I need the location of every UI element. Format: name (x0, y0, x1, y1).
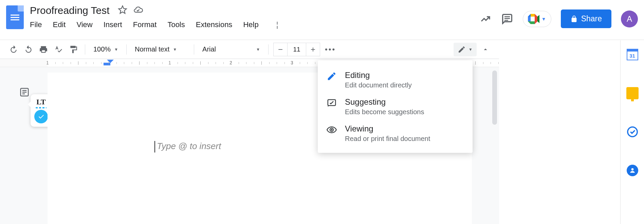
separator (268, 44, 269, 55)
avatar[interactable]: A (621, 11, 638, 27)
svg-point-8 (631, 168, 633, 170)
font-family-dropdown[interactable]: Arial ▼ (199, 43, 263, 56)
mode-editing-desc: Edit document directly (345, 81, 464, 89)
mode-editing[interactable]: Editing Edit document directly (318, 66, 473, 93)
docs-logo-icon[interactable] (6, 5, 24, 29)
caret-down-icon: ▼ (114, 47, 118, 52)
caret-down-icon: ▼ (256, 47, 260, 52)
menu-help[interactable]: Help (243, 20, 258, 29)
meet-logo-icon (528, 14, 539, 24)
font-size-input[interactable] (287, 43, 306, 56)
text-cursor (154, 141, 155, 152)
menu-tools[interactable]: Tools (167, 20, 185, 29)
contacts-app-icon[interactable] (626, 164, 639, 177)
check-ok-icon (34, 110, 48, 123)
separator (194, 44, 194, 55)
side-panel: 31 (620, 40, 644, 224)
vertical-scrollbar[interactable] (492, 70, 497, 125)
mode-suggesting-desc: Edits become suggestions (345, 108, 464, 116)
print-button[interactable] (37, 43, 50, 56)
share-button[interactable]: Share (561, 9, 611, 28)
caret-down-icon: ▼ (173, 47, 177, 52)
share-label: Share (581, 14, 602, 23)
svg-rect-1 (531, 14, 535, 17)
more-tools-button[interactable]: ••• (321, 45, 339, 54)
pencil-icon (458, 45, 466, 54)
document-title[interactable]: Proofreading Test (28, 4, 112, 17)
star-icon[interactable] (118, 5, 127, 16)
calendar-app-icon[interactable]: 31 (626, 48, 639, 61)
svg-point-6 (331, 129, 333, 131)
mode-menu: Editing Edit document directly Suggestin… (318, 60, 473, 153)
toolbar: 100% ▼ Normal text ▼ Arial ▼ − + ••• ▼ (0, 40, 499, 59)
menu-edit[interactable]: Edit (53, 20, 66, 29)
placeholder-text: Type @ to insert (157, 141, 221, 151)
indent-marker-icon[interactable] (107, 60, 114, 65)
keep-app-icon[interactable] (626, 86, 639, 100)
languagetool-logo-icon: LT (36, 98, 45, 106)
menu-view[interactable]: View (76, 20, 92, 29)
separator (126, 44, 127, 55)
lock-icon (570, 15, 578, 23)
font-size-control: − + (273, 43, 320, 56)
suggest-icon (327, 98, 337, 109)
mode-viewing-desc: Read or print final document (345, 135, 464, 143)
menubar: File Edit View Insert Format Tools Exten… (28, 17, 479, 29)
caret-down-icon: ▼ (541, 16, 546, 22)
svg-point-7 (627, 127, 637, 137)
comments-icon[interactable] (501, 13, 513, 25)
tasks-app-icon[interactable] (626, 125, 639, 139)
mode-viewing[interactable]: Viewing Read or print final document (318, 120, 473, 147)
svg-rect-2 (531, 17, 535, 21)
mode-viewing-title: Viewing (345, 124, 464, 134)
eye-icon (327, 125, 337, 136)
caret-down-icon: ▼ (468, 47, 473, 52)
menu-file[interactable]: File (30, 20, 42, 29)
mode-suggesting[interactable]: Suggesting Edits become suggestions (318, 93, 473, 120)
cloud-saved-icon[interactable] (133, 5, 143, 16)
zoom-dropdown[interactable]: 100% ▼ (90, 43, 122, 56)
title-area: Proofreading Test File Edit View Insert … (28, 3, 479, 29)
menu-extensions[interactable]: Extensions (196, 20, 233, 29)
undo-button[interactable] (7, 43, 20, 56)
mode-suggesting-title: Suggesting (345, 97, 464, 107)
menu-insert[interactable]: Insert (104, 20, 122, 29)
collapse-toolbar-button[interactable] (479, 43, 492, 56)
separator (85, 44, 85, 55)
meet-button[interactable]: ▼ (523, 11, 551, 27)
pencil-icon (327, 71, 337, 82)
font-size-decrease-button[interactable]: − (274, 43, 287, 56)
spellcheck-button[interactable] (52, 43, 65, 56)
paint-format-button[interactable] (67, 43, 80, 56)
header-actions: ▼ Share A (479, 9, 638, 28)
mode-editing-title: Editing (345, 70, 464, 80)
paragraph-style-dropdown[interactable]: Normal text ▼ (131, 43, 189, 56)
header: Proofreading Test File Edit View Insert … (0, 0, 644, 40)
document-outline-button[interactable] (18, 85, 31, 99)
editing-mode-button[interactable]: ▼ (454, 43, 477, 56)
menu-overflow-icon: ¦ (276, 20, 278, 29)
activity-icon[interactable] (479, 13, 492, 25)
svg-rect-3 (531, 21, 535, 24)
font-size-increase-button[interactable]: + (306, 43, 320, 56)
svg-rect-0 (528, 17, 531, 21)
menu-format[interactable]: Format (133, 20, 157, 29)
redo-button[interactable] (22, 43, 35, 56)
